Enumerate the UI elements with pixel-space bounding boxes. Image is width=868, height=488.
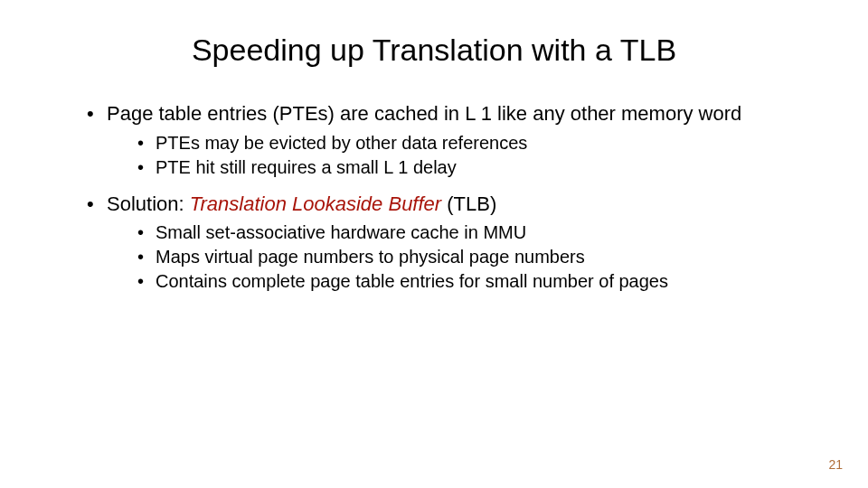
slide: Speeding up Translation with a TLB Page …	[0, 0, 868, 488]
page-number: 21	[828, 457, 843, 472]
bullet-text: Page table entries (PTEs) are cached in …	[107, 102, 741, 125]
bullet-list-level1: Page table entries (PTEs) are cached in …	[87, 101, 814, 293]
bullet-tlb-cache: Small set-associative hardware cache in …	[137, 221, 814, 244]
bullet-list-level2: PTEs may be evicted by other data refere…	[107, 132, 814, 179]
bullet-pte-evicted: PTEs may be evicted by other data refere…	[137, 132, 814, 155]
solution-prefix: Solution:	[107, 192, 190, 215]
slide-body: Page table entries (PTEs) are cached in …	[87, 101, 814, 305]
bullet-pte-cached: Page table entries (PTEs) are cached in …	[87, 101, 814, 179]
bullet-pte-hit-delay: PTE hit still requires a small L 1 delay	[137, 156, 814, 179]
bullet-solution-tlb: Solution: Translation Lookaside Buffer (…	[87, 192, 814, 294]
solution-term: Translation Lookaside Buffer	[190, 192, 441, 215]
slide-title: Speeding up Translation with a TLB	[0, 33, 868, 68]
bullet-tlb-maps: Maps virtual page numbers to physical pa…	[137, 246, 814, 268]
solution-abbr: (TLB)	[441, 192, 496, 215]
bullet-tlb-contains: Contains complete page table entries for…	[137, 270, 814, 293]
bullet-list-level2: Small set-associative hardware cache in …	[107, 221, 814, 293]
